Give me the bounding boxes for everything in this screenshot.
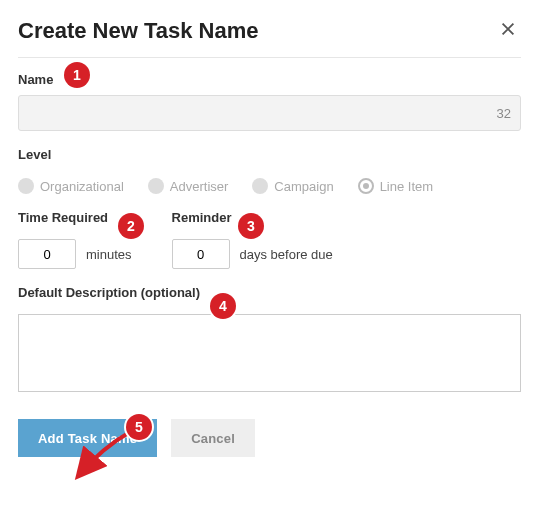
radio-icon (18, 178, 34, 194)
reminder-input[interactable] (172, 239, 230, 269)
callout-badge-1: 1 (64, 62, 90, 88)
time-required-label: Time Required (18, 210, 108, 225)
reminder-label: Reminder (172, 210, 232, 225)
radio-icon (252, 178, 268, 194)
time-required-input[interactable] (18, 239, 76, 269)
description-label: Default Description (optional) (18, 285, 200, 300)
reminder-suffix: days before due (240, 247, 333, 262)
radio-label: Organizational (40, 179, 124, 194)
level-option-line-item[interactable]: Line Item (358, 178, 433, 194)
radio-label: Advertiser (170, 179, 229, 194)
time-required-field: Time Required minutes (18, 210, 132, 269)
callout-badge-3: 3 (238, 213, 264, 239)
callout-badge-5: 5 (126, 414, 152, 440)
level-option-campaign[interactable]: Campaign (252, 178, 333, 194)
level-field: Level Organizational Advertiser Campaign… (18, 147, 521, 194)
time-required-suffix: minutes (86, 247, 132, 262)
callout-badge-4: 4 (210, 293, 236, 319)
radio-label: Line Item (380, 179, 433, 194)
close-icon[interactable] (495, 16, 521, 45)
description-field: Default Description (optional) (18, 285, 521, 395)
name-field: Name 32 (18, 72, 521, 131)
name-char-count: 32 (497, 106, 511, 121)
radio-icon (148, 178, 164, 194)
dialog-header: Create New Task Name (18, 16, 521, 58)
callout-badge-2: 2 (118, 213, 144, 239)
name-label: Name (18, 72, 53, 87)
description-input[interactable] (18, 314, 521, 392)
level-option-organizational[interactable]: Organizational (18, 178, 124, 194)
radio-label: Campaign (274, 179, 333, 194)
name-input[interactable] (18, 95, 521, 131)
dialog-title: Create New Task Name (18, 18, 259, 44)
radio-icon (358, 178, 374, 194)
level-label: Level (18, 147, 51, 162)
cancel-button[interactable]: Cancel (171, 419, 255, 457)
level-option-advertiser[interactable]: Advertiser (148, 178, 229, 194)
